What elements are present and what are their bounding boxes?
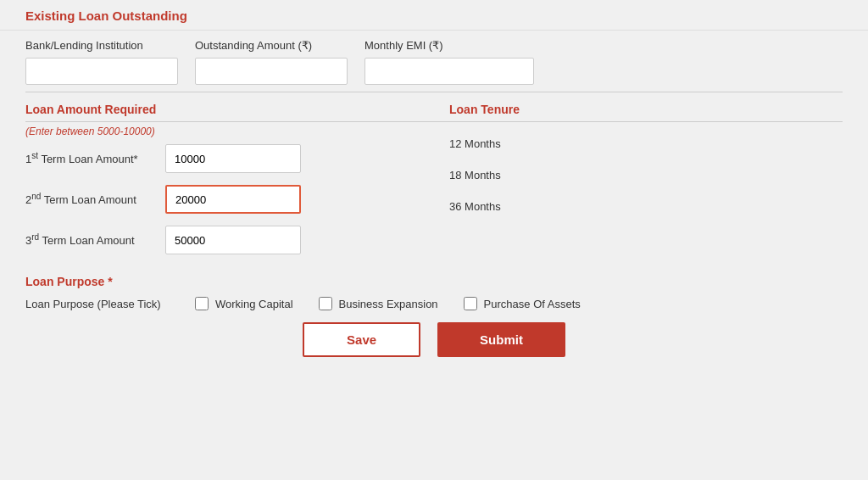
term3-input[interactable] xyxy=(165,226,301,254)
bank-input[interactable] xyxy=(25,58,178,85)
purchase-assets-option[interactable]: Purchase Of Assets xyxy=(464,297,581,310)
purpose-label: Loan Purpose (Please Tick) xyxy=(25,298,170,310)
loan-purpose-title: Loan Purpose * xyxy=(25,275,843,288)
business-expansion-label: Business Expansion xyxy=(339,298,438,310)
working-capital-label: Working Capital xyxy=(215,298,293,310)
page-container: Existing Loan Outstanding Bank/Lending I… xyxy=(0,0,868,480)
term2-label: 2nd Term Loan Amount xyxy=(25,192,157,206)
emi-field-group: Monthly EMI (₹) xyxy=(364,39,534,85)
purpose-row: Loan Purpose (Please Tick) Working Capit… xyxy=(25,297,843,310)
section-headers-row: Loan Amount Required Loan Tenure xyxy=(0,103,868,116)
term-row-3: 3rd Term Loan Amount xyxy=(25,226,449,254)
term-row-1: 1st Term Loan Amount* xyxy=(25,144,449,173)
outstanding-input[interactable] xyxy=(195,58,348,85)
working-capital-checkbox[interactable] xyxy=(195,297,209,310)
existing-loan-title: Existing Loan Outstanding xyxy=(0,0,868,31)
emi-label: Monthly EMI (₹) xyxy=(364,39,534,52)
term-row-2: 2nd Term Loan Amount xyxy=(25,185,449,214)
divider2 xyxy=(25,121,843,122)
divider1 xyxy=(25,92,843,92)
top-inputs-row: Bank/Lending Institution Outstanding Amo… xyxy=(0,39,868,85)
working-capital-option[interactable]: Working Capital xyxy=(195,297,293,310)
loan-fields-row: (Enter between 5000-10000) 1st Term Loan… xyxy=(0,126,868,266)
save-button[interactable]: Save xyxy=(303,322,420,357)
outstanding-field-group: Outstanding Amount (₹) xyxy=(195,39,348,85)
loan-left-panel: (Enter between 5000-10000) 1st Term Loan… xyxy=(25,126,449,266)
tenure-12: 12 Months xyxy=(449,137,843,150)
business-expansion-checkbox[interactable] xyxy=(319,297,332,310)
term3-label: 3rd Term Loan Amount xyxy=(25,232,157,247)
loan-purpose-section: Loan Purpose * Loan Purpose (Please Tick… xyxy=(0,275,868,310)
purchase-assets-checkbox[interactable] xyxy=(464,297,477,310)
tenure-36: 36 Months xyxy=(449,200,843,213)
button-row: Save Submit xyxy=(0,322,868,374)
loan-amount-title: Loan Amount Required xyxy=(25,103,449,116)
bank-field-group: Bank/Lending Institution xyxy=(25,39,178,85)
bank-label: Bank/Lending Institution xyxy=(25,39,178,52)
loan-tenure-title: Loan Tenure xyxy=(449,103,520,116)
term2-input[interactable] xyxy=(165,185,301,214)
submit-button[interactable]: Submit xyxy=(437,322,565,357)
loan-right-panel: 12 Months 18 Months 36 Months xyxy=(449,126,843,266)
business-expansion-option[interactable]: Business Expansion xyxy=(319,297,438,310)
hint-text: (Enter between 5000-10000) xyxy=(25,126,449,137)
term1-input[interactable] xyxy=(165,144,301,173)
tenure-18: 18 Months xyxy=(449,169,843,181)
outstanding-label: Outstanding Amount (₹) xyxy=(195,39,348,52)
term1-label: 1st Term Loan Amount* xyxy=(25,151,157,165)
emi-input[interactable] xyxy=(364,58,534,85)
purchase-assets-label: Purchase Of Assets xyxy=(484,298,581,310)
